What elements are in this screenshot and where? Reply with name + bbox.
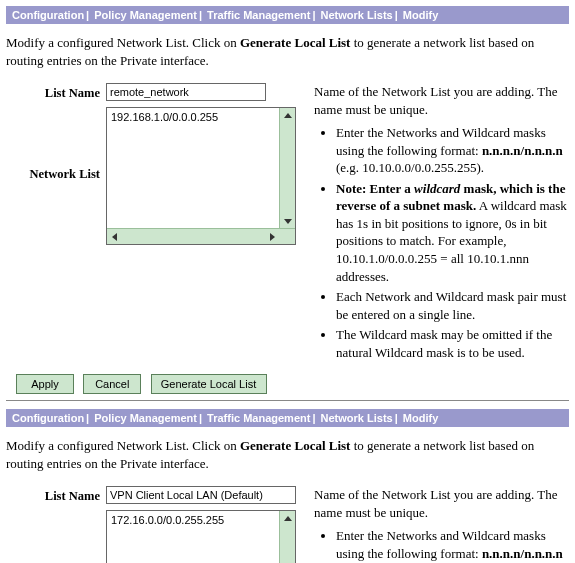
list-name-label: List Name (6, 486, 106, 504)
scrollbar-vertical[interactable] (279, 511, 295, 563)
scroll-left-icon[interactable] (107, 229, 122, 244)
breadcrumb: Configuration| Policy Management| Traffi… (6, 6, 569, 24)
apply-button[interactable]: Apply (16, 374, 74, 394)
section-divider (6, 400, 569, 401)
breadcrumb: Configuration| Policy Management| Traffi… (6, 409, 569, 427)
list-name-input[interactable] (106, 83, 266, 101)
network-list-textarea[interactable]: 192.168.1.0/0.0.0.255 (106, 107, 296, 245)
scrollbar-vertical[interactable] (279, 108, 295, 229)
scroll-down-icon[interactable] (280, 214, 295, 229)
network-list-label: Network List (6, 107, 106, 182)
page-description: Modify a configured Network List. Click … (6, 437, 563, 472)
panel-1: Configuration| Policy Management| Traffi… (6, 6, 569, 394)
scroll-up-icon[interactable] (280, 511, 295, 526)
network-list-label: Network List (6, 510, 106, 563)
panel-2: Configuration| Policy Management| Traffi… (6, 409, 569, 563)
cancel-button[interactable]: Cancel (83, 374, 141, 394)
list-name-label: List Name (6, 83, 106, 101)
generate-local-list-button[interactable]: Generate Local List (151, 374, 267, 394)
scroll-up-icon[interactable] (280, 108, 295, 123)
network-list-textarea[interactable]: 172.16.0.0/0.0.255.255 (106, 510, 296, 563)
page-description: Modify a configured Network List. Click … (6, 34, 563, 69)
help-text: Name of the Network List you are adding.… (296, 486, 569, 563)
list-name-input[interactable] (106, 486, 296, 504)
help-text: Name of the Network List you are adding.… (296, 83, 569, 364)
scrollbar-horizontal[interactable] (107, 228, 295, 244)
scroll-right-icon[interactable] (265, 229, 280, 244)
